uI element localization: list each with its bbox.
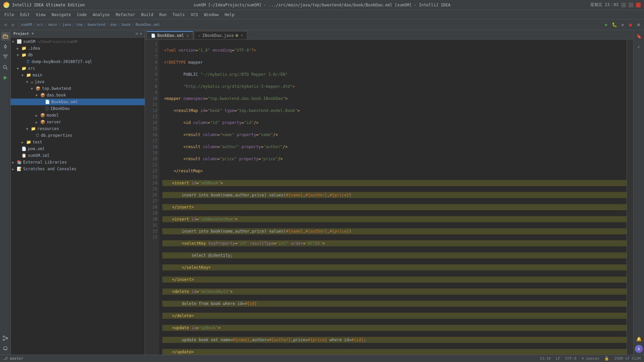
status-memory[interactable]: 256M of 512M — [614, 356, 641, 361]
code-line-20: </insert> — [162, 277, 627, 283]
tree-arrow-extlibs: ▶ — [12, 161, 17, 164]
menu-item-navigate[interactable]: Navigate — [49, 11, 74, 18]
code-content[interactable]: <?xml version="1.0" encoding="UTF-8"?> <… — [159, 40, 627, 355]
status-encoding[interactable]: UTF-8 — [565, 356, 576, 361]
tree-arrow-src: ▼ — [17, 67, 21, 70]
menu-item-window[interactable]: Window — [201, 11, 221, 18]
toolbar-debug-btn[interactable]: 🐛 — [611, 21, 618, 28]
iml-icon: 📋 — [21, 153, 26, 158]
code-line-12: <insert id="addBook"> — [162, 180, 627, 186]
tree-item-iml[interactable]: 📋 sumSM.iml — [11, 152, 145, 159]
tab-ibookdao-java[interactable]: ☕ IBookDao.java × — [194, 31, 247, 39]
toolbar-run-btn[interactable]: ▶ — [603, 21, 610, 28]
breadcrumb-book[interactable]: book — [122, 22, 131, 27]
project-panel-header: Project ▼ ⊟ ⚙ — [11, 30, 145, 38]
toolbar-stop-btn[interactable]: ■ — [627, 21, 634, 28]
code-line-3: PUBLIC "-//mybatis.org//DTD Mapper 3.0//… — [162, 71, 627, 77]
project-panel-dropdown[interactable]: ▼ — [32, 32, 34, 36]
tree-item-idea[interactable]: ▶ 📁 .idea — [11, 45, 145, 52]
breadcrumb-dao[interactable]: dao — [110, 22, 117, 27]
tree-item-server[interactable]: ▶ 📦 server — [11, 119, 145, 125]
sidebar-icon-project[interactable] — [1, 32, 10, 41]
right-icon-todo[interactable]: ✓ — [635, 42, 643, 51]
window-close-btn[interactable] — [636, 3, 641, 7]
tree-item-db[interactable]: ▼ 📁 db — [11, 52, 145, 58]
toolbar-forward-btn[interactable]: ▷ — [10, 21, 17, 28]
menu-item-refactor[interactable]: Refactor — [113, 11, 138, 18]
project-collapse-all-icon[interactable]: ⊟ — [136, 32, 138, 36]
code-line-22: delete from book where id=#{id} — [162, 301, 627, 307]
toolbar-settings-btn[interactable]: ⚙ — [635, 21, 642, 28]
menu-item-view[interactable]: View — [33, 11, 48, 18]
tab-bookdao-xml[interactable]: 📄 BookDao.xml × — [147, 31, 193, 39]
status-readonly[interactable]: 🔓 — [604, 356, 609, 361]
breadcrumb-java[interactable]: java — [62, 22, 71, 27]
tree-item-dao-book[interactable]: ▼ 📦 dao.book — [11, 92, 145, 99]
right-icon-bookmarks[interactable]: 🔖 — [635, 32, 643, 41]
tree-item-dump-sql[interactable]: 🗒 dump-buyBook-20180727.sql — [11, 58, 145, 65]
tree-arrow-test: ▶ — [21, 140, 26, 144]
status-lf[interactable]: LF — [556, 356, 560, 361]
tree-item-bookdao-xml[interactable]: 📄 BookDao.xml — [11, 99, 145, 105]
tree-label-dump: dump-buyBook-20180727.sql — [32, 59, 92, 64]
menu-item-tools[interactable]: Tools — [170, 11, 187, 18]
breadcrumb-src[interactable]: src — [37, 22, 44, 27]
tree-arrow-idea: ▶ — [17, 47, 21, 50]
svg-rect-6 — [4, 56, 7, 57]
status-vcs-branch[interactable]: ⎇ master — [3, 356, 23, 361]
menu-item-edit[interactable]: Edit — [17, 11, 33, 18]
sidebar-icon-git[interactable] — [1, 334, 10, 343]
tree-item-pom[interactable]: 📄 pom.xml — [11, 145, 145, 152]
package-icon-server: 📦 — [40, 120, 45, 124]
svg-point-8 — [3, 65, 6, 68]
tab-close-ibookdao[interactable]: × — [241, 33, 243, 38]
toolbar-rerun-btn[interactable]: ↺ — [619, 21, 626, 28]
tree-item-ibookdao[interactable]: Ⓘ IBookDao — [11, 105, 145, 112]
tree-label-ibookdao: IBookDao — [50, 106, 70, 111]
folder-icon-src: 📁 — [21, 66, 26, 71]
breadcrumb-top[interactable]: top — [76, 22, 83, 27]
tab-close-bookdao[interactable]: × — [186, 34, 189, 38]
datetime: 星期五 23：02 — [590, 2, 619, 8]
menu-item-build[interactable]: Build — [139, 11, 156, 18]
sidebar-icon-structure[interactable] — [1, 53, 10, 61]
tree-item-top-bwextend[interactable]: ▼ 📦 top.bwextend — [11, 85, 145, 92]
window-maximize-btn[interactable] — [629, 3, 633, 7]
tree-item-ext-libs[interactable]: ▶ 📚 External Libraries — [11, 159, 145, 166]
breadcrumb-bookdao[interactable]: BookDao.xml — [136, 22, 160, 27]
tree-item-test[interactable]: ▶ 📁 test — [11, 139, 145, 145]
right-gutter — [627, 40, 633, 355]
project-settings-icon[interactable]: ⚙ — [140, 32, 142, 36]
tree-item-src[interactable]: ▼ 📁 src — [11, 65, 145, 72]
menu-item-code[interactable]: Code — [74, 11, 90, 18]
window-minimize-btn[interactable] — [621, 3, 626, 7]
sidebar-icon-notifications[interactable] — [1, 344, 10, 353]
tree-item-java[interactable]: ▼ ☕ java — [11, 78, 145, 85]
right-icon-profile[interactable]: A — [635, 345, 643, 353]
tree-arrow-db: ▼ — [17, 53, 21, 57]
tree-item-model[interactable]: ▶ 📦 model — [11, 112, 145, 119]
sidebar-icon-search[interactable] — [1, 63, 10, 72]
tree-item-db-properties[interactable]: 🗒 db.properties — [11, 132, 145, 139]
toolbar-back-btn[interactable]: ◁ — [2, 21, 9, 28]
tree-arrow-sumSM: ▼ — [12, 40, 17, 44]
right-icon-notifications[interactable]: 🔔 — [635, 335, 643, 343]
title-bar-left: IntelliJ IDEA Ultimate Edition — [3, 2, 85, 8]
sidebar-icon-commit[interactable] — [1, 42, 10, 51]
menu-item-run[interactable]: Run — [157, 11, 169, 18]
menu-item-analyze[interactable]: Analyze — [90, 11, 112, 18]
menu-item-help[interactable]: Help — [222, 11, 237, 18]
breadcrumb-sumSM[interactable]: sumSM — [21, 22, 32, 27]
menu-item-file[interactable]: File — [2, 11, 17, 18]
sidebar-icon-run[interactable] — [1, 73, 10, 82]
tree-label-iml: sumSM.iml — [28, 153, 50, 158]
breadcrumb-main[interactable]: main — [48, 22, 57, 27]
tree-item-resources[interactable]: ▼ 📁 resources — [11, 125, 145, 132]
tree-item-sumSM[interactable]: ▼ ⬜ sumSM ~/IdeaProjects/sumSM — [11, 38, 145, 45]
menu-item-vcs[interactable]: VCS — [188, 11, 201, 18]
tree-arrow-main: ▼ — [21, 73, 26, 77]
tree-item-main[interactable]: ▼ 📁 main — [11, 72, 145, 78]
tree-label-sumSM: sumSM — [23, 39, 35, 44]
breadcrumb-bwextend[interactable]: bwextend — [88, 22, 105, 27]
tree-item-scratches[interactable]: ▶ 📝 Scratches and Consoles — [11, 166, 145, 172]
